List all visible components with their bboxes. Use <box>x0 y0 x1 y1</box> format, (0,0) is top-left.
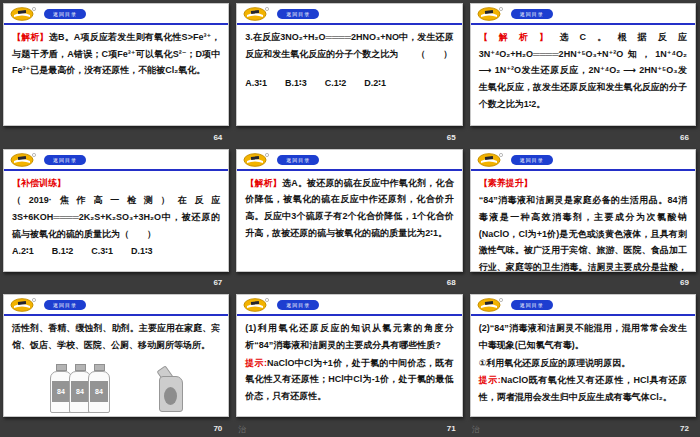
page-number: 67 <box>213 278 222 287</box>
back-to-contents-button[interactable]: 返回目录 <box>44 300 86 310</box>
page-number: 70 <box>213 424 222 433</box>
slide-cell-65: 返回目录 3.在反应3NO₂+H₂O════2HNO₃+NO中，发生还原反应和发… <box>233 0 466 146</box>
slide-cell-68: 返回目录 【解析】选A。被还原的硫在反应中作氧化剂，化合价降低，被氧化的硫在反应… <box>233 146 466 292</box>
brand-logo-icon <box>477 153 503 167</box>
brand-logo-icon <box>477 298 503 312</box>
slide-header: 返回目录 <box>237 150 461 171</box>
brand-logo-icon <box>243 7 269 21</box>
slide-thumbnail-64[interactable]: 返回目录 【解析】选B。A项反应若发生则有氧化性S>Fe³⁺，与题干矛盾，A错误… <box>3 3 229 126</box>
slide-thumbnail-69[interactable]: 返回目录 【素养提升】 “84”消毒液和洁厕灵是家庭必备的生活用品。84消毒液是… <box>470 149 696 272</box>
question-text: 3.在反应3NO₂+H₂O════2HNO₃+NO中，发生还原反应和发生氧化反应… <box>245 29 453 62</box>
slide-header: 返回目录 <box>4 150 228 171</box>
page-number: 69 <box>680 278 689 287</box>
page-number: 72 <box>680 424 689 433</box>
disinfectant-bottle: 84 <box>88 364 110 412</box>
bottle-cap <box>75 364 86 371</box>
tip-label: 提示: <box>245 358 267 368</box>
page-number: 71 <box>447 424 456 433</box>
bottle-body: 84 <box>88 371 110 413</box>
slide-thumbnail-67[interactable]: 返回目录 【补偿训练】 （2019·焦作高一检测）在反应3S+6KOH════2… <box>3 149 229 272</box>
slide-cell-72: 返回目录 (2)“84”消毒液和洁厕灵不能混用，混用常常会发生中毒现象(已知氯气… <box>467 291 700 437</box>
analysis-paragraph: 【解析】选A。被还原的硫在反应中作氧化剂，化合价降低，被氧化的硫在反应中作还原剂… <box>245 175 453 242</box>
product-images: 84 84 84 <box>50 364 220 412</box>
back-to-contents-button[interactable]: 返回目录 <box>44 9 86 19</box>
slide-cell-67: 返回目录 【补偿训练】 （2019·焦作高一检测）在反应3S+6KOH════2… <box>0 146 233 292</box>
slide-thumbnail-66[interactable]: 返回目录 【解析】选C。根据反应3N⁺⁴O₂+H₂O════2HN⁺⁵O₃+N⁺… <box>470 3 696 126</box>
slide-content: 【解析】选A。被还原的硫在反应中作氧化剂，化合价降低，被氧化的硫在反应中作还原剂… <box>237 171 461 245</box>
section-label: 【素养提升】 <box>479 175 687 192</box>
slide-content: 3.在反应3NO₂+H₂O════2HNO₃+NO中，发生还原反应和发生氧化反应… <box>237 25 461 95</box>
disinfectant-bottles-image: 84 84 84 <box>50 364 107 412</box>
slide-header: 返回目录 <box>237 4 461 25</box>
slide-cell-70: 返回目录 活性剂、香精、缓蚀剂、助剂。主要应用在家庭、宾馆、饭店、学校、医院、公… <box>0 291 233 437</box>
brand-logo-icon <box>10 298 36 312</box>
back-to-contents-button[interactable]: 返回目录 <box>277 300 319 310</box>
slide-header: 返回目录 <box>471 4 695 25</box>
analysis-paragraph: 【解析】选C。根据反应3N⁺⁴O₂+H₂O════2HN⁺⁵O₃+N⁺²O知，1… <box>479 29 687 112</box>
slide-header: 返回目录 <box>237 295 461 316</box>
slide-thumbnail-65[interactable]: 返回目录 3.在反应3NO₂+H₂O════2HNO₃+NO中，发生还原反应和发… <box>236 3 462 126</box>
slide-content: (1)利用氧化还原反应的知识从氯元素的角度分析“84”消毒液和洁厕灵的主要成分具… <box>237 316 461 407</box>
slide-cell-71: 返回目录 (1)利用氧化还原反应的知识从氯元素的角度分析“84”消毒液和洁厕灵的… <box>233 291 466 437</box>
brand-logo-icon <box>10 7 36 21</box>
bottle-label: 84 <box>52 381 70 402</box>
brand-logo-icon <box>477 7 503 21</box>
slide-cell-69: 返回目录 【素养提升】 “84”消毒液和洁厕灵是家庭必备的生活用品。84消毒液是… <box>467 146 700 292</box>
slide-thumbnail-70[interactable]: 返回目录 活性剂、香精、缓蚀剂、助剂。主要应用在家庭、宾馆、饭店、学校、医院、公… <box>3 294 229 417</box>
analysis-label: 【解析】 <box>245 178 282 188</box>
section-label: 【补偿训练】 <box>12 175 220 192</box>
back-to-contents-button[interactable]: 返回目录 <box>511 300 553 310</box>
tip-paragraph: 提示:NaClO中Cl为+1价，处于氯的中间价态，既有氧化性又有还原性；HCl中… <box>245 355 453 405</box>
back-to-contents-button[interactable]: 返回目录 <box>511 155 553 165</box>
analysis-label: 【解析】 <box>12 32 49 42</box>
brand-logo-icon <box>243 298 269 312</box>
slide-cell-66: 返回目录 【解析】选C。根据反应3N⁺⁴O₂+H₂O════2HN⁺⁵O₃+N⁺… <box>467 0 700 146</box>
bottle-cap <box>56 364 67 371</box>
slide-grid: 返回目录 【解析】选B。A项反应若发生则有氧化性S>Fe³⁺，与题干矛盾，A错误… <box>0 0 700 437</box>
slide-header: 返回目录 <box>4 4 228 25</box>
back-to-contents-button[interactable]: 返回目录 <box>277 9 319 19</box>
back-to-contents-button[interactable]: 返回目录 <box>277 155 319 165</box>
question-text: (1)利用氧化还原反应的知识从氯元素的角度分析“84”消毒液和洁厕灵的主要成分具… <box>245 320 453 353</box>
back-to-contents-button[interactable]: 返回目录 <box>511 9 553 19</box>
body-text: “84”消毒液和洁厕灵是家庭必备的生活用品。84消毒液是一种高效消毒剂，主要成分… <box>479 192 687 271</box>
bottle-label: 84 <box>90 381 108 402</box>
slide-content: 【素养提升】 “84”消毒液和洁厕灵是家庭必备的生活用品。84消毒液是一种高效消… <box>471 171 695 272</box>
tip-text: NaClO既有氧化性又有还原性，HCl具有还原性，两者混用会发生归中反应生成有毒… <box>479 375 687 402</box>
tip-text: NaClO中Cl为+1价，处于氯的中间价态，既有氧化性又有还原性；HCl中Cl为… <box>245 358 453 401</box>
watermark: 治 <box>238 424 246 435</box>
slide-thumbnail-68[interactable]: 返回目录 【解析】选A。被还原的硫在反应中作氧化剂，化合价降低，被氧化的硫在反应… <box>236 149 462 272</box>
toilet-cleaner-label <box>164 387 177 405</box>
slide-header: 返回目录 <box>471 295 695 316</box>
toilet-cleaner-bottle-image <box>159 366 183 412</box>
sub-question-text: ①利用氧化还原反应的原理说明原因。 <box>479 355 687 372</box>
analysis-text: 选C。根据反应3N⁺⁴O₂+H₂O════2HN⁺⁵O₃+N⁺²O知，1N⁺⁴O… <box>479 32 687 109</box>
options-line: A.2∶1 B.1∶2 C.3∶1 D.1∶3 <box>12 243 220 260</box>
page-number: 66 <box>680 133 689 142</box>
brand-logo-icon <box>243 153 269 167</box>
body-text: 活性剂、香精、缓蚀剂、助剂。主要应用在家庭、宾馆、饭店、学校、医院、公厕、移动厕… <box>12 320 220 353</box>
analysis-paragraph: 【解析】选B。A项反应若发生则有氧化性S>Fe³⁺，与题干矛盾，A错误；C项Fe… <box>12 29 220 79</box>
tip-label: 提示: <box>479 375 501 385</box>
slide-content: 【解析】选C。根据反应3N⁺⁴O₂+H₂O════2HN⁺⁵O₃+N⁺²O知，1… <box>471 25 695 115</box>
question-text: (2)“84”消毒液和洁厕灵不能混用，混用常常会发生中毒现象(已知氯气有毒)。 <box>479 320 687 353</box>
slide-cell-64: 返回目录 【解析】选B。A项反应若发生则有氧化性S>Fe³⁺，与题干矛盾，A错误… <box>0 0 233 146</box>
slide-content: 【解析】选B。A项反应若发生则有氧化性S>Fe³⁺，与题干矛盾，A错误；C项Fe… <box>4 25 228 82</box>
slide-thumbnail-72[interactable]: 返回目录 (2)“84”消毒液和洁厕灵不能混用，混用常常会发生中毒现象(已知氯气… <box>470 294 696 417</box>
slide-thumbnail-71[interactable]: 返回目录 (1)利用氧化还原反应的知识从氯元素的角度分析“84”消毒液和洁厕灵的… <box>236 294 462 417</box>
slide-header: 返回目录 <box>471 150 695 171</box>
slide-content: 活性剂、香精、缓蚀剂、助剂。主要应用在家庭、宾馆、饭店、学校、医院、公厕、移动厕… <box>4 316 228 413</box>
slide-content: 【补偿训练】 （2019·焦作高一检测）在反应3S+6KOH════2K₂S+K… <box>4 171 228 263</box>
back-to-contents-button[interactable]: 返回目录 <box>44 155 86 165</box>
page-number: 65 <box>447 133 456 142</box>
tip-paragraph: 提示:NaClO既有氧化性又有还原性，HCl具有还原性，两者混用会发生归中反应生… <box>479 372 687 405</box>
brand-logo-icon <box>10 153 36 167</box>
slide-content: (2)“84”消毒液和洁厕灵不能混用，混用常常会发生中毒现象(已知氯气有毒)。 … <box>471 316 695 408</box>
page-number: 64 <box>213 133 222 142</box>
page-number: 68 <box>447 278 456 287</box>
analysis-label: 【解析】 <box>479 32 560 42</box>
options-line: A.3∶1 B.1∶3 C.1∶2 D.2∶1 <box>245 75 453 92</box>
question-text: （2019·焦作高一检测）在反应3S+6KOH════2K₂S+K₂SO₃+3H… <box>12 192 220 242</box>
bottle-label: 84 <box>71 381 89 402</box>
bottle-cap <box>94 364 105 371</box>
